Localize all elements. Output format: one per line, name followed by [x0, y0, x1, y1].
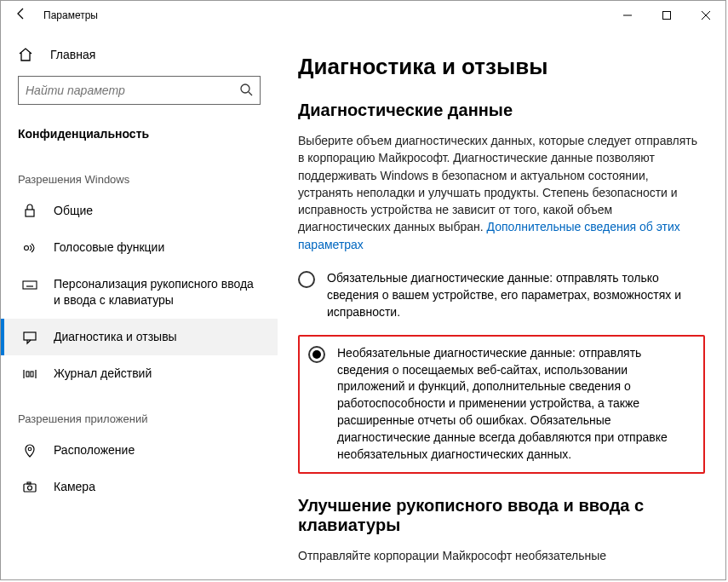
page-title: Диагностика и отзывы — [298, 54, 705, 80]
search-box[interactable] — [18, 76, 261, 105]
nav-label: Персонализация рукописного ввода и ввода… — [54, 276, 261, 308]
nav-general[interactable]: Общие — [1, 193, 278, 229]
titlebar: Параметры — [1, 1, 725, 30]
sidebar: Главная Конфиденциальность Разрешения Wi… — [1, 30, 278, 579]
home-icon — [18, 47, 37, 62]
svg-point-7 — [25, 245, 29, 250]
camera-icon — [21, 480, 38, 495]
svg-point-4 — [241, 84, 249, 93]
svg-line-5 — [249, 92, 252, 95]
svg-point-21 — [28, 486, 32, 490]
nav-camera[interactable]: Камера — [1, 469, 278, 505]
section-header: Конфиденциальность — [1, 117, 278, 153]
home-label: Главная — [50, 48, 95, 61]
close-button[interactable] — [686, 2, 725, 29]
diagnostic-intro: Выберите объем диагностических данных, к… — [298, 132, 705, 253]
radio-icon[interactable] — [308, 346, 325, 363]
radio-optional-data[interactable]: Необязательные диагностические данные: о… — [298, 335, 705, 474]
maximize-button[interactable] — [647, 2, 686, 29]
nav-label: Журнал действий — [54, 366, 261, 382]
group-windows-permissions: Разрешения Windows — [1, 153, 278, 193]
nav-label: Общие — [54, 203, 261, 219]
lock-icon — [21, 204, 38, 217]
radio-label: Обязательные диагностические данные: отп… — [327, 270, 705, 321]
window-title: Параметры — [35, 9, 98, 21]
radio-label: Необязательные диагностические данные: о… — [337, 345, 695, 464]
minimize-button[interactable] — [608, 2, 647, 29]
svg-rect-17 — [26, 372, 29, 377]
svg-rect-20 — [24, 484, 36, 492]
search-icon — [239, 83, 253, 99]
nav-diagnostics[interactable]: Диагностика и отзывы — [1, 319, 278, 355]
svg-rect-14 — [24, 332, 36, 340]
nav-label: Диагностика и отзывы — [54, 329, 261, 345]
nav-activity[interactable]: Журнал действий — [1, 355, 278, 392]
svg-rect-22 — [27, 482, 31, 484]
section-diagnostic-data: Диагностические данные — [298, 101, 705, 120]
main-content: Диагностика и отзывы Диагностические дан… — [278, 30, 725, 579]
search-input[interactable] — [26, 84, 239, 97]
activity-icon — [21, 366, 38, 382]
group-app-permissions: Разрешения приложений — [1, 392, 278, 432]
nav-label: Голосовые функции — [54, 239, 261, 256]
svg-rect-18 — [31, 372, 33, 377]
speech-icon — [21, 240, 38, 256]
section-improve-inking: Улучшение рукописного ввода и ввода с кл… — [298, 496, 705, 535]
location-icon — [21, 443, 38, 458]
svg-rect-6 — [26, 210, 34, 216]
diagnostic-radio-group: Обязательные диагностические данные: отп… — [298, 265, 705, 474]
svg-point-19 — [28, 447, 32, 451]
radio-required-data[interactable]: Обязательные диагностические данные: отп… — [298, 265, 705, 326]
nav-inking[interactable]: Персонализация рукописного ввода и ввода… — [1, 266, 278, 319]
keyboard-icon — [21, 277, 38, 292]
nav-label: Камера — [54, 479, 261, 495]
nav-label: Расположение — [54, 442, 261, 458]
improve-inking-text: Отправляйте корпорации Майкрософт необяз… — [298, 547, 705, 564]
nav-speech[interactable]: Голосовые функции — [1, 229, 278, 266]
radio-icon[interactable] — [298, 271, 315, 288]
back-button[interactable] — [8, 7, 35, 24]
svg-rect-1 — [663, 12, 671, 20]
nav-location[interactable]: Расположение — [1, 432, 278, 469]
home-nav[interactable]: Главная — [1, 38, 278, 71]
feedback-icon — [21, 330, 38, 345]
svg-rect-8 — [23, 281, 37, 289]
